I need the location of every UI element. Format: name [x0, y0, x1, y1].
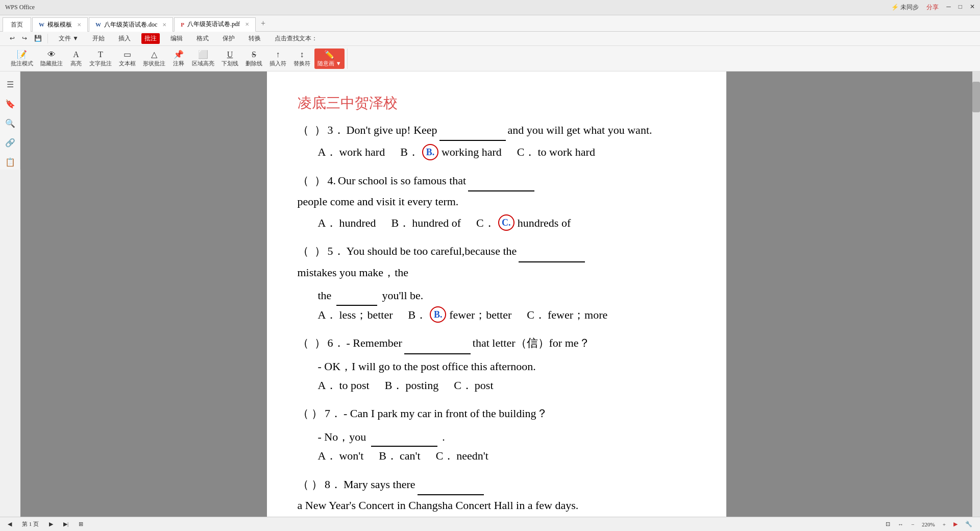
q3-c-label: C．: [517, 143, 536, 161]
highlight-text-btn[interactable]: A 高亮: [67, 49, 85, 69]
q4-bracket: （ ）: [298, 171, 326, 191]
menu-insert[interactable]: 插入: [115, 33, 134, 44]
toolbar: 📝 批注模式 👁 隐藏批注 A 高亮 T 文字批注 ▭ 文本框 △ 形状批注 📌…: [0, 46, 980, 71]
nav-group: ↩ ↪ 💾: [4, 34, 48, 43]
q4-text: Our school is so famous that: [338, 171, 466, 191]
q3-b-label: B．: [400, 143, 419, 161]
q6-options: A． to post B． posting C． post: [318, 376, 696, 394]
play-btn[interactable]: ▶: [953, 521, 958, 527]
main-content-area: 凌底三中贺泽校 （ ） 3． Don't give up! Keep and y…: [20, 71, 972, 517]
q5-option-a: A． less；better: [318, 306, 393, 324]
tab-template[interactable]: W 模板模板 ✕: [32, 17, 88, 32]
app-title: WPS Office: [5, 4, 35, 11]
shape-btn[interactable]: △ 形状批注: [140, 49, 168, 69]
status-right: ⊡ ↔ − 220% + ▶ 🔧: [886, 521, 972, 527]
minimize-btn[interactable]: ─: [946, 3, 951, 12]
q8-blank: [418, 474, 484, 496]
q4-option-c: C． C. hundreds of: [476, 214, 571, 232]
q8-bracket: （ ）: [298, 474, 323, 495]
q6-option-c: C． post: [454, 376, 493, 394]
q7-num: 7．: [325, 403, 341, 424]
q7-dash1: - Can I park my car in front of the buil…: [344, 403, 548, 424]
sidebar-clip-icon[interactable]: 📋: [3, 154, 18, 170]
question-6-block: （ ） 6． - Remember that letter（信）for me？ …: [298, 333, 696, 394]
hide-annotation-btn[interactable]: 👁 隐藏批注: [37, 49, 66, 69]
menu-format[interactable]: 格式: [193, 33, 212, 44]
insert-symbol-btn[interactable]: ↑ 插入符: [266, 49, 289, 69]
tab-bar: 首页 W 模板模板 ✕ W 八年级英语试卷.doc ✕ P 八年级英语试卷.pd…: [0, 15, 980, 32]
share-btn[interactable]: 分享: [926, 3, 939, 12]
sidebar-link-icon[interactable]: 🔗: [3, 135, 18, 150]
fit-page-btn[interactable]: ⊡: [886, 521, 890, 527]
q4-b-text: hundred of: [412, 214, 461, 232]
new-tab-btn[interactable]: +: [257, 19, 270, 28]
q5-blank1: [519, 241, 585, 262]
menu-bar: ↩ ↪ 💾 文件 ▼ 开始 插入 批注 编辑 格式 保护 转换 点击查找文本：: [0, 32, 980, 46]
tab-pdf[interactable]: P 八年级英语试卷.pdf ✕: [174, 17, 256, 32]
menu-start[interactable]: 开始: [89, 33, 108, 44]
left-sidebar: ☰ 🔖 🔍 🔗 📋: [0, 71, 20, 170]
q3-bracket: （ ）: [298, 120, 326, 140]
fit-width-btn[interactable]: ↔: [898, 521, 903, 527]
zoom-in-btn[interactable]: +: [943, 521, 946, 527]
area-icon: ⬜: [198, 50, 208, 59]
strikethrough-btn[interactable]: S 删除线: [242, 49, 265, 69]
q8-num: 8．: [325, 474, 341, 495]
question-4-line: （ ） 4. Our school is so famous that peop…: [298, 171, 696, 212]
q6-bracket: （ ）: [298, 333, 326, 353]
question-5-block: （ ） 5． You should be too careful,because…: [298, 241, 696, 324]
q4-b-label: B．: [391, 214, 410, 232]
textbox-btn[interactable]: ▭ 文本框: [116, 49, 139, 69]
q8-rest: a New Year's Concert in Changsha Concert…: [298, 495, 579, 516]
q5-option-c: C． fewer；more: [527, 306, 607, 324]
page-nav-next[interactable]: ▶: [49, 521, 53, 527]
redo-btn[interactable]: ↪: [19, 34, 30, 43]
scrollbar-thumb[interactable]: [972, 82, 980, 112]
tab-close-doc[interactable]: ✕: [162, 22, 166, 28]
menu-annotate[interactable]: 批注: [141, 33, 160, 44]
menu-search[interactable]: 点击查找文本：: [272, 33, 321, 44]
menu-edit[interactable]: 编辑: [167, 33, 186, 44]
q4-option-a: A． hundred: [318, 214, 376, 232]
q5-text: You should be too careful,because the: [347, 241, 517, 261]
q3-b-text: working hard: [442, 143, 502, 161]
replace-symbol-btn[interactable]: ↕ 替换符: [290, 49, 313, 69]
text-annotation-btn[interactable]: T 文字批注: [86, 49, 115, 69]
tab-close-pdf[interactable]: ✕: [245, 21, 249, 27]
annotation-mode-btn[interactable]: 📝 批注模式: [8, 49, 36, 69]
sidebar-bookmark-icon[interactable]: 🔖: [3, 96, 18, 111]
close-btn[interactable]: ✕: [970, 3, 975, 12]
q6-dash2-line: - OK，I will go to the post office this a…: [318, 356, 696, 377]
q4-option-b: B． hundred of: [391, 214, 461, 232]
save-btn[interactable]: 💾: [31, 34, 45, 43]
area-highlight-btn[interactable]: ⬜ 区域高亮: [189, 49, 217, 69]
tools-btn[interactable]: 🔧: [965, 521, 972, 527]
menu-file[interactable]: 文件 ▼: [56, 33, 82, 44]
q7-blank: [371, 426, 437, 447]
textbox-icon: ▭: [124, 50, 131, 59]
undo-btn[interactable]: ↩: [7, 34, 18, 43]
menu-convert[interactable]: 转换: [246, 33, 264, 44]
q7-b-text: can't: [400, 447, 421, 465]
scrollbar-vertical[interactable]: [972, 71, 980, 517]
note-icon: 📌: [174, 50, 184, 59]
note-btn[interactable]: 📌 注释: [169, 49, 188, 69]
sidebar-search-icon[interactable]: 🔍: [3, 115, 18, 131]
page-nav-last[interactable]: ▶|: [63, 521, 68, 527]
sidebar-menu-icon[interactable]: ☰: [3, 77, 18, 92]
q3-a-label: A．: [318, 143, 337, 161]
q4-c-label: C．: [476, 214, 495, 232]
underline-btn[interactable]: U 下划线: [218, 49, 241, 69]
tab-home[interactable]: 首页: [3, 17, 31, 32]
pdf-icon: P: [181, 21, 184, 28]
page-nav-prev[interactable]: ◀: [8, 521, 12, 527]
zoom-level: 220%: [922, 521, 935, 527]
maximize-btn[interactable]: □: [959, 3, 962, 12]
menu-protect[interactable]: 保护: [219, 33, 238, 44]
tab-close-template[interactable]: ✕: [77, 22, 81, 28]
page-thumbnail-btn[interactable]: ⊞: [79, 521, 83, 527]
freehand-btn[interactable]: ✏️ 随意画 ▼: [314, 49, 345, 69]
question-8-block: （ ） 8． Mary says there a New Year's Conc…: [298, 474, 696, 517]
zoom-out-btn[interactable]: −: [911, 521, 914, 527]
tab-doc[interactable]: W 八年级英语试卷.doc ✕: [89, 17, 173, 32]
